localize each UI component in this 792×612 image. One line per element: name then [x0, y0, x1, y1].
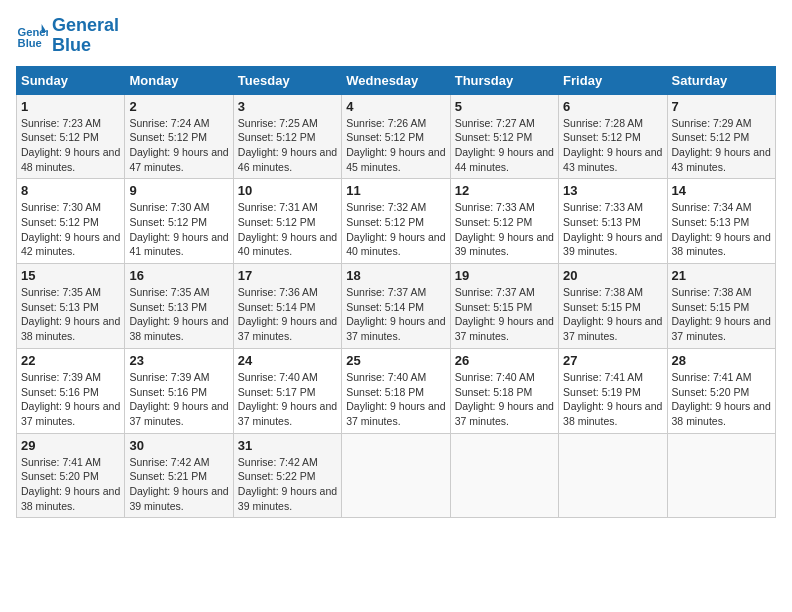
day-number: 21: [672, 268, 771, 283]
day-number: 13: [563, 183, 662, 198]
day-number: 24: [238, 353, 337, 368]
day-number: 14: [672, 183, 771, 198]
day-info: Sunrise: 7:24 AMSunset: 5:12 PMDaylight:…: [129, 116, 228, 175]
day-number: 25: [346, 353, 445, 368]
calendar-cell: 30Sunrise: 7:42 AMSunset: 5:21 PMDayligh…: [125, 433, 233, 518]
day-info: Sunrise: 7:39 AMSunset: 5:16 PMDaylight:…: [129, 370, 228, 429]
day-info: Sunrise: 7:27 AMSunset: 5:12 PMDaylight:…: [455, 116, 554, 175]
calendar-cell: 16Sunrise: 7:35 AMSunset: 5:13 PMDayligh…: [125, 264, 233, 349]
day-number: 11: [346, 183, 445, 198]
day-number: 16: [129, 268, 228, 283]
day-info: Sunrise: 7:39 AMSunset: 5:16 PMDaylight:…: [21, 370, 120, 429]
calendar-cell: [667, 433, 775, 518]
day-info: Sunrise: 7:25 AMSunset: 5:12 PMDaylight:…: [238, 116, 337, 175]
calendar-cell: 2Sunrise: 7:24 AMSunset: 5:12 PMDaylight…: [125, 94, 233, 179]
calendar-cell: 31Sunrise: 7:42 AMSunset: 5:22 PMDayligh…: [233, 433, 341, 518]
calendar-cell: 26Sunrise: 7:40 AMSunset: 5:18 PMDayligh…: [450, 348, 558, 433]
calendar-cell: [342, 433, 450, 518]
day-number: 29: [21, 438, 120, 453]
day-number: 23: [129, 353, 228, 368]
calendar-cell: 5Sunrise: 7:27 AMSunset: 5:12 PMDaylight…: [450, 94, 558, 179]
calendar-cell: 9Sunrise: 7:30 AMSunset: 5:12 PMDaylight…: [125, 179, 233, 264]
day-number: 5: [455, 99, 554, 114]
calendar-cell: 11Sunrise: 7:32 AMSunset: 5:12 PMDayligh…: [342, 179, 450, 264]
page-header: General Blue GeneralBlue: [16, 16, 776, 56]
calendar-cell: 18Sunrise: 7:37 AMSunset: 5:14 PMDayligh…: [342, 264, 450, 349]
day-info: Sunrise: 7:23 AMSunset: 5:12 PMDaylight:…: [21, 116, 120, 175]
day-info: Sunrise: 7:37 AMSunset: 5:15 PMDaylight:…: [455, 285, 554, 344]
day-info: Sunrise: 7:26 AMSunset: 5:12 PMDaylight:…: [346, 116, 445, 175]
day-info: Sunrise: 7:33 AMSunset: 5:13 PMDaylight:…: [563, 200, 662, 259]
day-info: Sunrise: 7:38 AMSunset: 5:15 PMDaylight:…: [563, 285, 662, 344]
calendar-cell: 20Sunrise: 7:38 AMSunset: 5:15 PMDayligh…: [559, 264, 667, 349]
weekday-header: Saturday: [667, 66, 775, 94]
calendar-cell: 25Sunrise: 7:40 AMSunset: 5:18 PMDayligh…: [342, 348, 450, 433]
day-info: Sunrise: 7:41 AMSunset: 5:19 PMDaylight:…: [563, 370, 662, 429]
day-info: Sunrise: 7:42 AMSunset: 5:21 PMDaylight:…: [129, 455, 228, 514]
calendar-cell: 10Sunrise: 7:31 AMSunset: 5:12 PMDayligh…: [233, 179, 341, 264]
calendar-cell: 6Sunrise: 7:28 AMSunset: 5:12 PMDaylight…: [559, 94, 667, 179]
calendar-cell: 21Sunrise: 7:38 AMSunset: 5:15 PMDayligh…: [667, 264, 775, 349]
calendar-cell: 27Sunrise: 7:41 AMSunset: 5:19 PMDayligh…: [559, 348, 667, 433]
calendar-table: SundayMondayTuesdayWednesdayThursdayFrid…: [16, 66, 776, 519]
weekday-header: Tuesday: [233, 66, 341, 94]
calendar-cell: 1Sunrise: 7:23 AMSunset: 5:12 PMDaylight…: [17, 94, 125, 179]
calendar-cell: 7Sunrise: 7:29 AMSunset: 5:12 PMDaylight…: [667, 94, 775, 179]
calendar-cell: 12Sunrise: 7:33 AMSunset: 5:12 PMDayligh…: [450, 179, 558, 264]
day-number: 8: [21, 183, 120, 198]
day-info: Sunrise: 7:42 AMSunset: 5:22 PMDaylight:…: [238, 455, 337, 514]
day-number: 19: [455, 268, 554, 283]
day-number: 18: [346, 268, 445, 283]
day-info: Sunrise: 7:31 AMSunset: 5:12 PMDaylight:…: [238, 200, 337, 259]
day-number: 3: [238, 99, 337, 114]
day-number: 12: [455, 183, 554, 198]
svg-text:Blue: Blue: [18, 37, 42, 49]
calendar-cell: 29Sunrise: 7:41 AMSunset: 5:20 PMDayligh…: [17, 433, 125, 518]
calendar-cell: 28Sunrise: 7:41 AMSunset: 5:20 PMDayligh…: [667, 348, 775, 433]
day-info: Sunrise: 7:41 AMSunset: 5:20 PMDaylight:…: [21, 455, 120, 514]
day-number: 9: [129, 183, 228, 198]
day-number: 10: [238, 183, 337, 198]
day-number: 28: [672, 353, 771, 368]
weekday-header: Friday: [559, 66, 667, 94]
calendar-cell: [559, 433, 667, 518]
day-info: Sunrise: 7:29 AMSunset: 5:12 PMDaylight:…: [672, 116, 771, 175]
day-number: 15: [21, 268, 120, 283]
day-number: 2: [129, 99, 228, 114]
logo-text: GeneralBlue: [52, 16, 119, 56]
day-number: 22: [21, 353, 120, 368]
day-info: Sunrise: 7:28 AMSunset: 5:12 PMDaylight:…: [563, 116, 662, 175]
day-info: Sunrise: 7:40 AMSunset: 5:18 PMDaylight:…: [346, 370, 445, 429]
day-info: Sunrise: 7:33 AMSunset: 5:12 PMDaylight:…: [455, 200, 554, 259]
weekday-header: Sunday: [17, 66, 125, 94]
day-info: Sunrise: 7:34 AMSunset: 5:13 PMDaylight:…: [672, 200, 771, 259]
day-info: Sunrise: 7:35 AMSunset: 5:13 PMDaylight:…: [21, 285, 120, 344]
calendar-week-row: 29Sunrise: 7:41 AMSunset: 5:20 PMDayligh…: [17, 433, 776, 518]
calendar-cell: 23Sunrise: 7:39 AMSunset: 5:16 PMDayligh…: [125, 348, 233, 433]
weekday-header: Monday: [125, 66, 233, 94]
calendar-week-row: 22Sunrise: 7:39 AMSunset: 5:16 PMDayligh…: [17, 348, 776, 433]
day-info: Sunrise: 7:35 AMSunset: 5:13 PMDaylight:…: [129, 285, 228, 344]
day-number: 7: [672, 99, 771, 114]
weekday-header: Wednesday: [342, 66, 450, 94]
calendar-cell: 8Sunrise: 7:30 AMSunset: 5:12 PMDaylight…: [17, 179, 125, 264]
day-number: 30: [129, 438, 228, 453]
day-number: 20: [563, 268, 662, 283]
day-info: Sunrise: 7:37 AMSunset: 5:14 PMDaylight:…: [346, 285, 445, 344]
calendar-week-row: 8Sunrise: 7:30 AMSunset: 5:12 PMDaylight…: [17, 179, 776, 264]
weekday-header: Thursday: [450, 66, 558, 94]
calendar-header-row: SundayMondayTuesdayWednesdayThursdayFrid…: [17, 66, 776, 94]
day-info: Sunrise: 7:30 AMSunset: 5:12 PMDaylight:…: [129, 200, 228, 259]
day-info: Sunrise: 7:40 AMSunset: 5:17 PMDaylight:…: [238, 370, 337, 429]
day-info: Sunrise: 7:32 AMSunset: 5:12 PMDaylight:…: [346, 200, 445, 259]
day-number: 26: [455, 353, 554, 368]
logo: General Blue GeneralBlue: [16, 16, 119, 56]
day-number: 17: [238, 268, 337, 283]
day-number: 4: [346, 99, 445, 114]
day-info: Sunrise: 7:30 AMSunset: 5:12 PMDaylight:…: [21, 200, 120, 259]
calendar-cell: 17Sunrise: 7:36 AMSunset: 5:14 PMDayligh…: [233, 264, 341, 349]
calendar-cell: 14Sunrise: 7:34 AMSunset: 5:13 PMDayligh…: [667, 179, 775, 264]
calendar-cell: 15Sunrise: 7:35 AMSunset: 5:13 PMDayligh…: [17, 264, 125, 349]
day-info: Sunrise: 7:38 AMSunset: 5:15 PMDaylight:…: [672, 285, 771, 344]
calendar-week-row: 1Sunrise: 7:23 AMSunset: 5:12 PMDaylight…: [17, 94, 776, 179]
